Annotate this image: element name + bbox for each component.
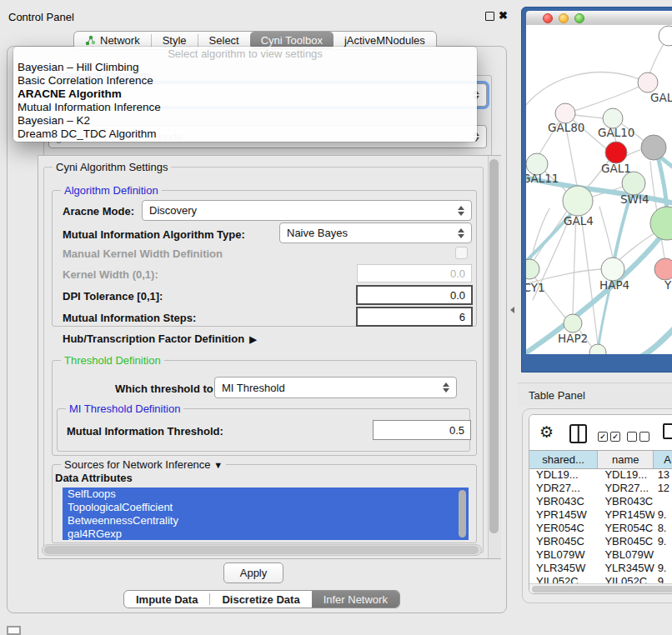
node-label: GAL4: [564, 214, 594, 228]
table-cell: YBR045C: [529, 535, 598, 548]
which-threshold-combo[interactable]: MI Threshold: [214, 377, 457, 398]
table-row[interactable]: YBR043CYBR043C: [529, 495, 672, 508]
data-attribute-item[interactable]: TopologicalCoefficient: [63, 501, 469, 514]
table-row[interactable]: YBL079WYBL079W: [529, 548, 672, 562]
settings-hscrollbar-thumb[interactable]: [44, 546, 479, 554]
table-cell: YBR043C: [598, 495, 654, 508]
dropdown-item[interactable]: Mutual Information Inference: [13, 101, 477, 114]
combo-stepper-icon: [453, 228, 464, 238]
screen: { "colors": { "selection_blue": "#3e6bd5…: [0, 0, 672, 635]
network-node[interactable]: [659, 26, 672, 46]
dropdown-item[interactable]: Bayesian – K2: [13, 114, 477, 128]
network-edge[interactable]: [641, 328, 672, 354]
node-label: Y: [664, 278, 672, 292]
table-cell: 13: [654, 468, 672, 482]
data-attribute-item[interactable]: BetweennessCentrality: [63, 514, 469, 528]
network-node-hap4[interactable]: [601, 258, 624, 281]
network-edge[interactable]: [626, 149, 642, 156]
minimized-panel-icon[interactable]: [7, 626, 21, 635]
network-node[interactable]: [641, 135, 666, 160]
table-hscrollbar-thumb[interactable]: [532, 586, 672, 592]
mi-type-label: Mutual Information Algorithm Type:: [63, 228, 245, 241]
bottom-tab-infer-network[interactable]: Infer Network: [312, 591, 399, 608]
network-view-window[interactable]: GALGAL80GAL10GAL1GAL11SWI4GAL4GCY1HAP4YH…: [521, 7, 672, 372]
table-hscrollbar-track[interactable]: [529, 583, 672, 594]
table-row[interactable]: YDR27...YDR27...12: [529, 482, 672, 495]
data-attributes-list[interactable]: SelfLoopsTopologicalCoefficientBetweenne…: [63, 488, 469, 540]
expand-right-icon[interactable]: ▶: [249, 334, 256, 345]
dropdown-item[interactable]: Bayesian – Hill Climbing: [13, 61, 477, 74]
tab-label: Select: [209, 34, 239, 47]
dropdown-item[interactable]: Dream8 DC_TDC Algorithm: [13, 128, 477, 141]
mi-type-combo[interactable]: Naive Bayes: [279, 222, 472, 243]
network-node-swi4[interactable]: [622, 172, 645, 195]
tab-label: jActiveMNodules: [344, 34, 425, 47]
kernel-width-field[interactable]: 0.0: [357, 264, 472, 282]
table-row[interactable]: YDL19...YDL19...13: [529, 468, 672, 482]
bottom-tab-impute-data[interactable]: Impute Data: [124, 591, 209, 608]
network-node[interactable]: [589, 344, 606, 354]
deselect-all-icon[interactable]: [627, 428, 649, 442]
tab-label: Network: [100, 34, 140, 47]
node-label: GAL1: [601, 162, 631, 175]
mi-steps-field[interactable]: 6: [356, 307, 473, 327]
collapse-down-icon[interactable]: ▼: [213, 460, 223, 470]
settings-vscrollbar-thumb[interactable]: [489, 159, 499, 533]
close-panel-icon[interactable]: ✖: [499, 9, 508, 22]
network-edge[interactable]: [574, 115, 604, 118]
table-row[interactable]: YPR145WYPR145W9.: [529, 508, 672, 522]
network-edge[interactable]: [574, 82, 648, 111]
network-node[interactable]: [650, 207, 672, 240]
network-node-hap2[interactable]: [564, 314, 582, 332]
dpi-tolerance-field[interactable]: 0.0: [356, 285, 473, 305]
network-edge[interactable]: [581, 216, 598, 344]
split-columns-icon[interactable]: [569, 424, 587, 443]
dropdown-item[interactable]: Basic Correlation Inference: [13, 74, 477, 88]
table-row[interactable]: YBR045CYBR045C9.: [529, 535, 672, 548]
splitter-handle-icon[interactable]: [510, 307, 514, 313]
dropdown-items: Bayesian – Hill ClimbingBasic Correlatio…: [13, 61, 477, 141]
select-all-checks-icon[interactable]: ✓✓: [598, 428, 620, 442]
column-header[interactable]: shared...: [529, 451, 598, 468]
node-label: GAL11: [526, 172, 559, 185]
minimize-window-icon[interactable]: [559, 13, 569, 23]
close-window-icon[interactable]: [543, 13, 553, 23]
manual-kernel-checkbox[interactable]: [455, 247, 468, 259]
network-node-gal1[interactable]: [605, 142, 627, 163]
apply-button[interactable]: Apply: [223, 562, 283, 583]
hub-definition-label: Hub/Transcription Factor Definition: [63, 332, 244, 345]
network-canvas[interactable]: GALGAL80GAL10GAL1GAL11SWI4GAL4GCY1HAP4YH…: [526, 25, 672, 354]
node-label: GAL80: [548, 121, 584, 134]
mi-threshold-field[interactable]: 0.5: [373, 420, 471, 440]
table-cell: 8.: [654, 522, 672, 535]
network-edge[interactable]: [599, 207, 613, 258]
data-attribute-item[interactable]: gal4RGexp: [63, 528, 469, 540]
bottom-tab-discretize-data[interactable]: Discretize Data: [210, 591, 311, 608]
column-header[interactable]: A: [654, 451, 672, 468]
export-table-icon[interactable]: [663, 423, 672, 439]
aracne-mode-combo[interactable]: Discovery: [142, 200, 472, 221]
hub-definition-expander[interactable]: Hub/Transcription Factor Definition▶: [63, 332, 257, 345]
mi-steps-label: Mutual Information Steps:: [63, 312, 196, 324]
dropdown-item[interactable]: ARACNE Algorithm: [13, 88, 477, 101]
network-window-titlebar[interactable]: [526, 11, 672, 26]
network-edge[interactable]: [573, 216, 576, 314]
table-row[interactable]: YER054CYER054C8.: [529, 522, 672, 535]
attributes-list-scrollbar[interactable]: [459, 490, 466, 538]
table-row[interactable]: YIL052CYIL052C9.: [529, 575, 672, 583]
sources-group-title[interactable]: Sources for Network Inference ▼: [61, 458, 226, 471]
table-cell: [654, 548, 672, 562]
network-node-y[interactable]: [654, 258, 672, 280]
float-window-icon[interactable]: [485, 12, 494, 21]
network-node-gcy1[interactable]: [526, 259, 539, 279]
gear-icon[interactable]: ⚙: [539, 424, 554, 440]
table-row[interactable]: YLR345WYLR345W9.: [529, 562, 672, 575]
data-attribute-item[interactable]: SelfLoops: [63, 488, 469, 501]
table-cell: YDL19...: [598, 468, 654, 482]
tab-label: Style: [163, 34, 187, 47]
network-node-gal[interactable]: [638, 72, 658, 92]
network-node-gal4[interactable]: [563, 186, 593, 216]
column-header[interactable]: name: [598, 451, 654, 468]
algorithm-dropdown-popup: Select algorithm to view settings Bayesi…: [13, 47, 477, 142]
zoom-window-icon[interactable]: [574, 13, 584, 23]
